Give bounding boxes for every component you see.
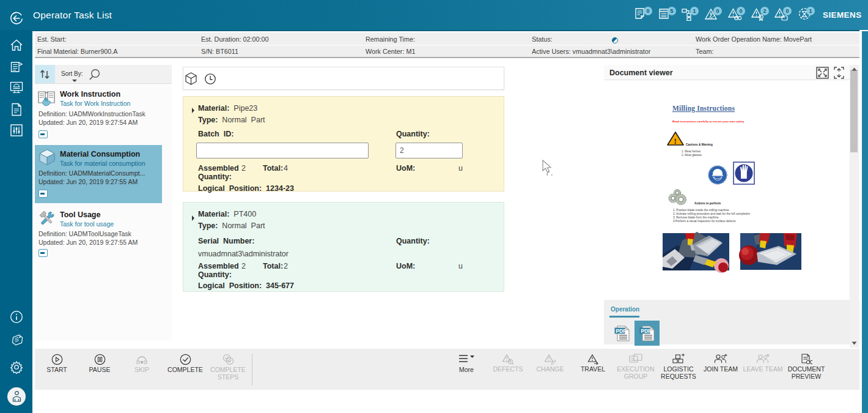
svg-text:Read instructions carefully to: Read instructions carefully to ensure yo… xyxy=(672,120,745,123)
svg-text:1. Wear helmet: 1. Wear helmet xyxy=(682,150,701,153)
svg-text:1. Position blade inside the m: 1. Position blade inside the milling mac… xyxy=(673,209,729,212)
svg-text:PDF: PDF xyxy=(616,328,627,334)
svg-text:4.Perform a visual inspection: 4.Perform a visual inspection for surfac… xyxy=(673,220,736,223)
svg-text:Cautions & Warning: Cautions & Warning xyxy=(686,143,713,146)
svg-text:2. Activate milling procedure: 2. Activate milling procedure and wait f… xyxy=(673,212,750,215)
svg-text:Milling Instructions: Milling Instructions xyxy=(672,105,735,113)
svg-text:!: ! xyxy=(674,136,677,146)
svg-text:3. Remove blade from the machi: 3. Remove blade from the machine xyxy=(673,216,719,219)
svg-text:PDF: PDF xyxy=(641,328,652,334)
svg-text:2. Wear glasses: 2. Wear glasses xyxy=(682,154,702,157)
svg-text:Actions to perform: Actions to perform xyxy=(694,202,721,205)
